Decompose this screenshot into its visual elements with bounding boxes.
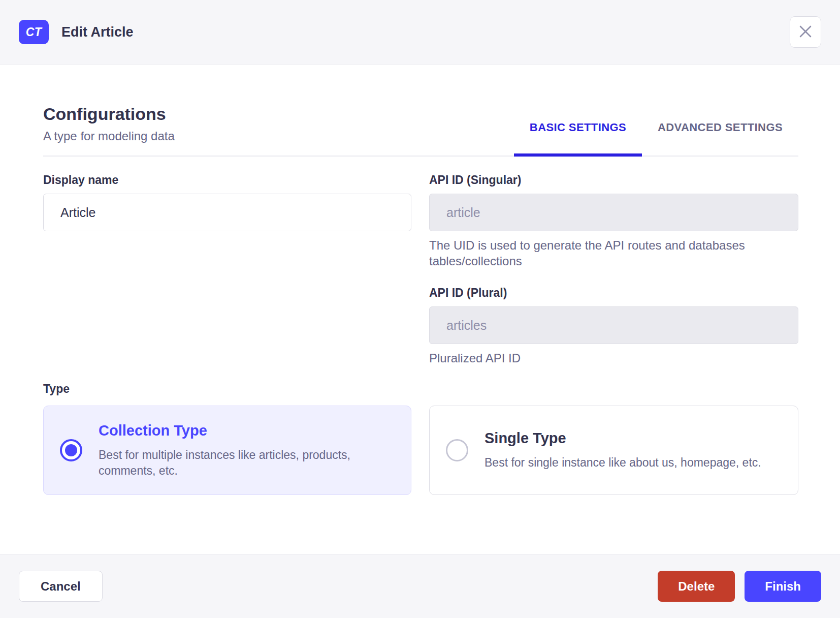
form-grid: Display name API ID (Singular) The UID i… bbox=[43, 173, 798, 366]
type-options: Collection Type Best for multiple instan… bbox=[43, 406, 798, 495]
empty-cell bbox=[43, 286, 411, 366]
footer-actions: Delete Finish bbox=[658, 571, 821, 602]
tab-basic-settings[interactable]: BASIC SETTINGS bbox=[514, 122, 642, 157]
delete-button[interactable]: Delete bbox=[658, 571, 735, 602]
collection-type-title: Collection Type bbox=[99, 422, 383, 439]
section-subtitle: A type for modeling data bbox=[43, 129, 175, 143]
finish-button[interactable]: Finish bbox=[745, 571, 821, 602]
tab-advanced-settings[interactable]: ADVANCED SETTINGS bbox=[642, 122, 798, 156]
close-icon bbox=[798, 24, 813, 41]
radio-collection-type[interactable] bbox=[60, 439, 82, 461]
single-type-description: Best for single instance like about us, … bbox=[484, 455, 761, 471]
type-label: Type bbox=[43, 382, 798, 396]
modal-header: CT Edit Article bbox=[0, 0, 840, 65]
section-titles: Configurations A type for modeling data bbox=[43, 104, 175, 156]
section-header: Configurations A type for modeling data … bbox=[43, 104, 798, 157]
collection-type-description: Best for multiple instances like article… bbox=[99, 447, 383, 479]
type-option-single-type[interactable]: Single Type Best for single instance lik… bbox=[429, 406, 798, 495]
api-id-plural-field: API ID (Plural) Pluralized API ID bbox=[429, 286, 798, 366]
content-type-badge: CT bbox=[19, 20, 49, 44]
modal-body: Configurations A type for modeling data … bbox=[0, 65, 840, 554]
edit-article-modal: CT Edit Article Configurations A type fo… bbox=[0, 0, 840, 618]
settings-tabs: BASIC SETTINGS ADVANCED SETTINGS bbox=[514, 122, 798, 156]
modal-title: Edit Article bbox=[61, 24, 134, 40]
cancel-button[interactable]: Cancel bbox=[19, 571, 103, 602]
api-id-plural-input bbox=[429, 306, 798, 344]
close-button[interactable] bbox=[790, 16, 821, 48]
modal-footer: Cancel Delete Finish bbox=[0, 554, 840, 618]
collection-type-text: Collection Type Best for multiple instan… bbox=[99, 422, 383, 479]
display-name-label: Display name bbox=[43, 173, 411, 187]
display-name-input[interactable] bbox=[43, 194, 411, 231]
api-id-singular-hint: The UID is used to generate the API rout… bbox=[429, 237, 798, 269]
radio-single-type[interactable] bbox=[446, 439, 468, 461]
type-option-collection-type[interactable]: Collection Type Best for multiple instan… bbox=[43, 406, 411, 495]
api-id-singular-input bbox=[429, 194, 798, 231]
section-title: Configurations bbox=[43, 104, 175, 124]
api-id-plural-label: API ID (Plural) bbox=[429, 286, 798, 300]
single-type-title: Single Type bbox=[484, 430, 761, 447]
api-id-singular-label: API ID (Singular) bbox=[429, 173, 798, 187]
display-name-field: Display name bbox=[43, 173, 411, 269]
api-id-plural-hint: Pluralized API ID bbox=[429, 350, 798, 366]
single-type-text: Single Type Best for single instance lik… bbox=[484, 430, 761, 471]
api-id-singular-field: API ID (Singular) The UID is used to gen… bbox=[429, 173, 798, 269]
